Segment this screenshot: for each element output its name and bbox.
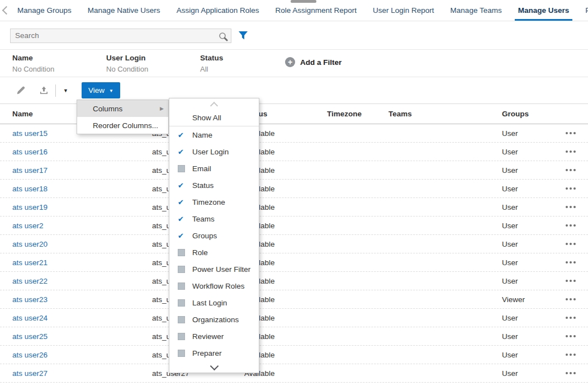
column-toggle-email[interactable]: Email <box>169 160 259 177</box>
view-button-label: View <box>88 86 105 95</box>
filter-label: Status <box>200 54 285 62</box>
column-toggle-reviewer[interactable]: Reviewer <box>169 328 259 345</box>
groups-cell: User <box>502 166 553 175</box>
tab-manage-groups[interactable]: Manage Groups <box>14 0 75 21</box>
submenu-scroll-up-button[interactable] <box>169 98 259 110</box>
add-a-filter-button[interactable]: + Add a Filter <box>285 57 342 67</box>
row-actions-button[interactable] <box>553 290 588 308</box>
user-name-link[interactable]: ats user22 <box>0 277 152 285</box>
row-actions-button[interactable] <box>553 272 588 290</box>
row-actions-button[interactable] <box>553 327 588 345</box>
search-icon[interactable] <box>218 31 228 44</box>
row-actions-button[interactable] <box>553 180 588 197</box>
edit-button[interactable] <box>16 85 26 96</box>
user-name-link[interactable]: ats user21 <box>0 258 152 267</box>
tabs-scroll-left-button[interactable] <box>0 0 10 21</box>
table-row: ats user23ats_user23AvailableViewer <box>0 290 588 309</box>
user-name-link[interactable]: ats user24 <box>0 314 152 322</box>
chevron-left-icon <box>2 6 11 15</box>
user-name-link[interactable]: ats user2 <box>0 222 152 230</box>
column-toggle-label: Teams <box>192 215 215 223</box>
menu-item-reorder-columns[interactable]: Reorder Columns... <box>77 117 168 134</box>
chevron-down-icon <box>210 361 219 370</box>
submenu-scroll-down-button[interactable] <box>169 361 259 373</box>
tab-manage-users[interactable]: Manage Users <box>515 0 573 21</box>
caret-down-icon: ▼ <box>109 88 113 93</box>
column-toggle-name[interactable]: ✔Name <box>169 126 259 143</box>
column-toggle-user-login[interactable]: ✔User Login <box>169 143 259 160</box>
column-toggle-timezone[interactable]: ✔Timezone <box>169 194 259 210</box>
column-toggle-workflow-roles[interactable]: Workflow Roles <box>169 277 259 294</box>
tab-assign-application-roles[interactable]: Assign Application Roles <box>173 0 263 21</box>
column-toggle-label: Preparer <box>192 349 222 357</box>
column-toggle-organizations[interactable]: Organizations <box>169 311 259 328</box>
filter-user-login[interactable]: User LoginNo Condition <box>106 54 200 73</box>
tab-manage-native-users[interactable]: Manage Native Users <box>84 0 164 21</box>
row-actions-button[interactable] <box>553 143 588 161</box>
user-name-link[interactable]: ats user18 <box>0 185 152 193</box>
export-button[interactable] <box>39 85 49 96</box>
menu-item-columns[interactable]: Columns▶ <box>77 100 168 117</box>
row-actions-button[interactable] <box>553 216 588 234</box>
tab-power-user-security[interactable]: Power User Security <box>582 0 588 21</box>
toolbar-more-caret[interactable]: ▼ <box>62 86 69 96</box>
column-toggle-status[interactable]: ✔Status <box>169 177 259 194</box>
row-actions-button[interactable] <box>553 253 588 271</box>
filter-condition: All <box>200 65 285 73</box>
column-toggle-preparer[interactable]: Preparer <box>169 345 259 361</box>
column-toggle-list: ✔Name✔User LoginEmail✔Status✔Timezone✔Te… <box>169 126 259 361</box>
filter-status[interactable]: StatusAll <box>200 54 285 73</box>
row-actions-button[interactable] <box>553 235 588 253</box>
column-toggle-groups[interactable]: ✔Groups <box>169 227 259 244</box>
unchecked-cell <box>169 283 192 290</box>
checkmark-cell: ✔ <box>169 148 192 156</box>
unchecked-square-icon <box>178 165 185 172</box>
row-actions-button[interactable] <box>553 161 588 179</box>
tab-list: Manage GroupsManage Native UsersAssign A… <box>14 0 588 21</box>
groups-cell: User <box>502 203 553 211</box>
tab-manage-teams[interactable]: Manage Teams <box>447 0 505 21</box>
filter-label: Name <box>12 54 106 62</box>
check-icon: ✔ <box>178 148 184 156</box>
user-name-link[interactable]: ats user25 <box>0 332 152 341</box>
pencil-icon <box>16 85 26 96</box>
show-all-menu-item[interactable]: Show All <box>169 110 259 126</box>
user-name-link[interactable]: ats user26 <box>0 351 152 359</box>
menu-item-label: Reorder Columns... <box>93 121 158 130</box>
row-actions-button[interactable] <box>553 124 588 142</box>
groups-cell: User <box>502 148 553 156</box>
unchecked-square-icon <box>178 266 185 273</box>
user-name-link[interactable]: ats user19 <box>0 203 152 211</box>
checkmark-cell: ✔ <box>169 232 192 240</box>
row-actions-button[interactable] <box>553 309 588 327</box>
column-toggle-teams[interactable]: ✔Teams <box>169 210 259 227</box>
user-name-link[interactable]: ats user16 <box>0 148 152 156</box>
groups-cell: User <box>502 369 553 378</box>
column-toggle-power-user-filter[interactable]: Power User Filter <box>169 261 259 277</box>
user-name-link[interactable]: ats user23 <box>0 295 152 304</box>
column-header-groups[interactable]: Groups <box>502 110 553 118</box>
search-box <box>10 29 231 43</box>
column-header-teams[interactable]: Teams <box>388 110 502 118</box>
checkmark-cell: ✔ <box>169 198 192 206</box>
tab-user-login-report[interactable]: User Login Report <box>369 0 438 21</box>
row-actions-button[interactable] <box>553 364 588 382</box>
menu-item-label: Columns <box>93 105 122 113</box>
filter-funnel-icon[interactable] <box>238 31 248 43</box>
column-toggle-label: Reviewer <box>192 332 224 341</box>
view-button[interactable]: View ▼ <box>82 82 120 98</box>
tab-role-assignment-report[interactable]: Role Assignment Report <box>272 0 360 21</box>
column-toggle-last-login[interactable]: Last Login <box>169 294 259 311</box>
filter-name[interactable]: NameNo Condition <box>12 54 106 73</box>
search-input[interactable] <box>11 29 216 41</box>
user-name-link[interactable]: ats user27 <box>0 369 152 378</box>
row-actions-button[interactable] <box>553 198 588 216</box>
row-actions-button[interactable] <box>553 346 588 364</box>
user-name-link[interactable]: ats user17 <box>0 166 152 175</box>
user-name-link[interactable]: ats user20 <box>0 240 152 248</box>
column-toggle-role[interactable]: Role <box>169 244 259 261</box>
groups-cell: Viewer <box>502 295 553 304</box>
table-row: ats user2ats_user2AvailableUser <box>0 216 588 235</box>
unchecked-square-icon <box>178 350 185 357</box>
column-header-timezone[interactable]: Timezone <box>327 110 388 118</box>
